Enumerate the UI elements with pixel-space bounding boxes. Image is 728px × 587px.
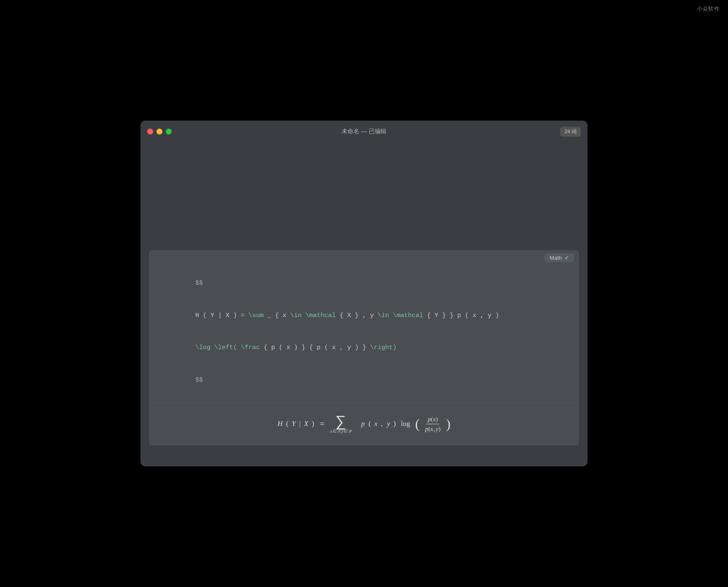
sum-symbol: ∑ x∈𝒳,y∈𝒴: [330, 415, 351, 434]
app-window: 未命名 — 已编辑 24 词 Math ✓ $$ H ( Y | X ) = \…: [140, 121, 588, 466]
math-check-icon: ✓: [564, 255, 569, 261]
delimiter-open: $$: [157, 267, 571, 300]
math-render: H(Y|X) = ∑ x∈𝒳,y∈𝒴 p(x,y) log ( p(x) p(x…: [149, 402, 579, 445]
bottom-spacer: [149, 445, 579, 458]
watermark-text: 小众软件: [697, 5, 720, 13]
code-line-1: H ( Y | X ) = \sum _ { x \in \mathcal { …: [157, 299, 571, 332]
code-line-2: \log \left( \frac { p ( x ) } { p ( x , …: [157, 332, 571, 364]
math-badge-label: Math: [550, 255, 562, 261]
delimiter-close: $$: [157, 364, 571, 396]
math-formula-display: H(Y|X) = ∑ x∈𝒳,y∈𝒴 p(x,y) log ( p(x) p(x…: [278, 415, 450, 434]
math-badge[interactable]: Math ✓: [545, 253, 574, 262]
editor-area[interactable]: Math ✓ $$ H ( Y | X ) = \sum _ { x \in \…: [140, 143, 588, 466]
code-block-header: Math ✓: [149, 250, 579, 266]
traffic-lights: [147, 129, 172, 135]
maximize-button[interactable]: [166, 129, 172, 135]
code-block: Math ✓ $$ H ( Y | X ) = \sum _ { x \in \…: [149, 250, 579, 445]
window-title: 未命名 — 已编辑: [342, 128, 386, 135]
fraction: p(x) p(x,y): [424, 415, 442, 433]
titlebar: 未命名 — 已编辑 24 词: [140, 121, 588, 143]
word-count-badge: 24 词: [560, 127, 581, 137]
close-button[interactable]: [147, 129, 153, 135]
top-spacer: [149, 151, 579, 250]
code-content[interactable]: $$ H ( Y | X ) = \sum _ { x \in \mathcal…: [149, 266, 579, 402]
minimize-button[interactable]: [156, 129, 162, 135]
